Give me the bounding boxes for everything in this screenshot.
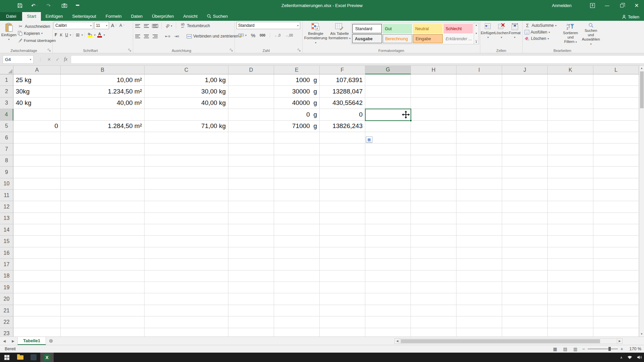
cell-H16[interactable]: [411, 247, 457, 259]
col-header-B[interactable]: B: [61, 66, 145, 74]
row-header-16[interactable]: 16: [0, 247, 13, 259]
cell-J6[interactable]: [502, 132, 548, 143]
col-header-D[interactable]: D: [228, 66, 274, 74]
cell-E2[interactable]: 30000 g: [274, 86, 320, 97]
cell-G9[interactable]: [365, 167, 411, 178]
cell-F1[interactable]: 107,6391: [320, 74, 365, 86]
cell-E16[interactable]: [274, 247, 320, 259]
cell-G12[interactable]: [365, 201, 411, 213]
cell-C16[interactable]: [145, 247, 228, 259]
cell-C11[interactable]: [145, 190, 228, 201]
cell-D9[interactable]: [228, 167, 274, 178]
cell-J5[interactable]: [502, 121, 548, 132]
cell-I20[interactable]: [457, 293, 502, 305]
cell-F4[interactable]: 0: [320, 109, 365, 120]
col-header-H[interactable]: H: [411, 66, 457, 74]
cell-L11[interactable]: [593, 190, 639, 201]
cell-G5[interactable]: [365, 121, 411, 132]
cell-G7[interactable]: [365, 143, 411, 155]
cell-H2[interactable]: [411, 86, 457, 97]
cell-A2[interactable]: 30kg: [13, 86, 61, 97]
cell-F12[interactable]: [320, 201, 365, 213]
cell-I1[interactable]: [457, 74, 502, 86]
sheet-nav-right-icon[interactable]: ▶: [9, 337, 17, 345]
cell-I13[interactable]: [457, 213, 502, 224]
paste-dropdown-icon[interactable]: ▾: [8, 37, 9, 42]
cell-A22[interactable]: [13, 316, 61, 328]
cell-J21[interactable]: [502, 305, 548, 316]
cell-E14[interactable]: [274, 224, 320, 236]
cell-F10[interactable]: [320, 178, 365, 190]
cell-H6[interactable]: [411, 132, 457, 143]
cell-K19[interactable]: [548, 282, 593, 293]
cell-J7[interactable]: [502, 143, 548, 155]
cell-D1[interactable]: [228, 74, 274, 86]
cell-L13[interactable]: [593, 213, 639, 224]
cell-I3[interactable]: [457, 98, 502, 109]
col-header-A[interactable]: A: [13, 66, 61, 74]
autosum-button[interactable]: ΣAutoSumme▾: [524, 22, 560, 28]
tab-start[interactable]: Start: [22, 12, 41, 21]
undo-dropdown-icon[interactable]: ▾: [37, 4, 38, 7]
sheet-tab-tabelle1[interactable]: Tabelle1: [17, 337, 46, 345]
cell-B9[interactable]: [61, 167, 145, 178]
cell-G11[interactable]: [365, 190, 411, 201]
cell-D8[interactable]: [228, 155, 274, 167]
wrap-text-button[interactable]: ab↩Textumbruch: [179, 22, 211, 29]
insert-cells-button[interactable]: Einfügen▾: [481, 22, 495, 47]
row-header-6[interactable]: 6: [0, 132, 13, 143]
cell-D4[interactable]: [228, 109, 274, 120]
merge-center-button[interactable]: Verbinden und zentrieren▾: [185, 34, 242, 39]
cell-C2[interactable]: 30,00 kg: [145, 86, 228, 97]
cell-I14[interactable]: [457, 224, 502, 236]
row-header-4[interactable]: 4: [0, 109, 13, 120]
cell-C3[interactable]: 40,00 kg: [145, 98, 228, 109]
col-header-J[interactable]: J: [502, 66, 548, 74]
customize-qat-button[interactable]: ▬▾: [76, 4, 79, 8]
borders-dropdown-icon[interactable]: ▾: [82, 34, 83, 37]
col-header-L[interactable]: L: [593, 66, 639, 74]
cell-D5[interactable]: [228, 121, 274, 132]
row-header-5[interactable]: 5: [0, 121, 13, 132]
row-header-3[interactable]: 3: [0, 98, 13, 109]
cell-B17[interactable]: [61, 259, 145, 270]
cell-J13[interactable]: [502, 213, 548, 224]
delete-cells-button[interactable]: Löschen▾: [495, 22, 508, 47]
cell-L10[interactable]: [593, 178, 639, 190]
row-header-21[interactable]: 21: [0, 305, 13, 316]
cell-K18[interactable]: [548, 270, 593, 282]
cell-G10[interactable]: [365, 178, 411, 190]
style-chip-6[interactable]: Berechnung: [383, 34, 413, 43]
cell-L4[interactable]: [593, 109, 639, 120]
cell-C22[interactable]: [145, 316, 228, 328]
orientation-button[interactable]: ab▾: [164, 23, 173, 28]
cell-D6[interactable]: [228, 132, 274, 143]
format-painter-button[interactable]: Format übertragen: [17, 37, 57, 44]
cell-G1[interactable]: [365, 74, 411, 86]
cell-C19[interactable]: [145, 282, 228, 293]
clear-button[interactable]: Löschen▾: [524, 36, 560, 41]
zoom-track[interactable]: [588, 349, 618, 349]
cell-G17[interactable]: [365, 259, 411, 270]
cell-E10[interactable]: [274, 178, 320, 190]
col-header-K[interactable]: K: [548, 66, 593, 74]
cell-J10[interactable]: [502, 178, 548, 190]
style-chip-3[interactable]: Neutral: [413, 24, 443, 34]
cell-J18[interactable]: [502, 270, 548, 282]
col-header-G[interactable]: G: [365, 66, 411, 74]
cell-G2[interactable]: [365, 86, 411, 97]
cell-J16[interactable]: [502, 247, 548, 259]
cell-J23[interactable]: [502, 328, 548, 337]
gallery-scroll-up-icon[interactable]: ▲: [475, 24, 478, 26]
row-header-15[interactable]: 15: [0, 236, 13, 247]
cell-E13[interactable]: [274, 213, 320, 224]
share-button[interactable]: Teilen: [622, 14, 639, 19]
cell-D16[interactable]: [228, 247, 274, 259]
scroll-up-icon[interactable]: ▲: [639, 66, 644, 71]
cell-F19[interactable]: [320, 282, 365, 293]
cell-J9[interactable]: [502, 167, 548, 178]
cell-J11[interactable]: [502, 190, 548, 201]
gallery-more-icon[interactable]: ▼: [475, 40, 478, 43]
cell-E12[interactable]: [274, 201, 320, 213]
cell-F17[interactable]: [320, 259, 365, 270]
